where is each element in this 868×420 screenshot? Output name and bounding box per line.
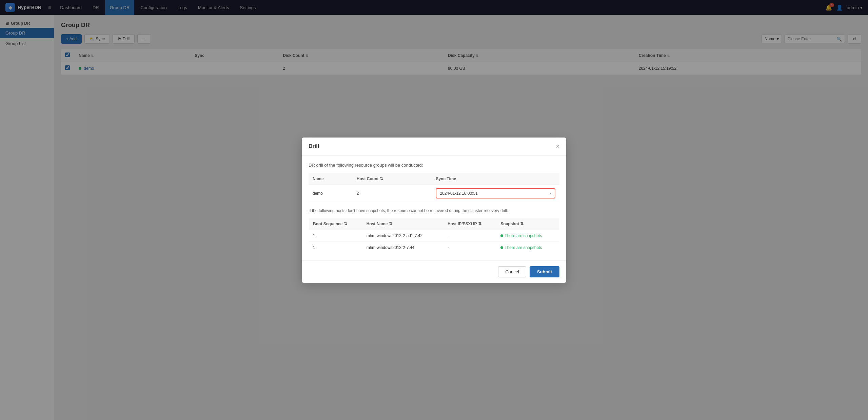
- submit-button[interactable]: Submit: [530, 266, 559, 277]
- modal-host-row-2: 1 mhm-windows2012r2-7.44 - There are sna…: [309, 241, 559, 253]
- snapshot-dot-2: [500, 246, 503, 249]
- modal-overlay: Drill × DR drill of the following resour…: [0, 0, 868, 420]
- modal-header: Drill ×: [302, 138, 566, 156]
- modal-col-sync-time: Sync Time: [432, 173, 559, 185]
- modal-host-col-ip: Host IP/ESXi IP ⇅: [443, 218, 496, 230]
- dropdown-arrow-icon: ▾: [550, 191, 551, 195]
- modal-title: Drill: [309, 143, 319, 149]
- sync-time-value: 2024-01-12 16:00:51: [440, 191, 477, 196]
- snapshot-dot-1: [500, 234, 503, 237]
- modal-body: DR drill of the following resource group…: [302, 156, 566, 260]
- modal-host-col-snapshot: Snapshot ⇅: [496, 218, 559, 230]
- host-ip-2: -: [443, 241, 496, 253]
- modal-col-host-count: Host Count ⇅: [353, 173, 432, 185]
- modal-group-table: Name Host Count ⇅ Sync Time demo 2: [309, 173, 559, 202]
- modal-row-sync-time: 2024-01-12 16:00:51 ▾: [432, 185, 559, 202]
- drill-modal: Drill × DR drill of the following resour…: [302, 138, 566, 283]
- host-sequence-1: 1: [309, 230, 362, 241]
- modal-host-col-name: Host Name ⇅: [362, 218, 443, 230]
- host-sequence-2: 1: [309, 241, 362, 253]
- sync-time-picker[interactable]: 2024-01-12 16:00:51 ▾: [436, 188, 555, 198]
- modal-host-table: Boot Sequence ⇅ Host Name ⇅ Host IP/ESXi…: [309, 218, 559, 254]
- modal-close-button[interactable]: ×: [556, 143, 559, 150]
- host-snapshot-1: There are snapshots: [496, 230, 559, 241]
- modal-footer: Cancel Submit: [302, 260, 566, 283]
- modal-host-row-1: 1 mhm-windows2012r2-ad1-7.42 - There are…: [309, 230, 559, 241]
- modal-host-col-sequence: Boot Sequence ⇅: [309, 218, 362, 230]
- host-snapshot-2: There are snapshots: [496, 241, 559, 253]
- modal-col-name: Name: [309, 173, 353, 185]
- modal-group-row: demo 2 2024-01-12 16:00:51 ▾: [309, 185, 559, 202]
- host-ip-1: -: [443, 230, 496, 241]
- snapshot-status-2: There are snapshots: [500, 245, 555, 250]
- modal-row-host-count: 2: [353, 185, 432, 202]
- modal-warning-text: If the following hosts don't have snapsh…: [309, 208, 559, 214]
- cancel-button[interactable]: Cancel: [498, 266, 526, 277]
- modal-description: DR drill of the following resource group…: [309, 163, 559, 168]
- snapshot-status-1: There are snapshots: [500, 233, 555, 238]
- host-name-2: mhm-windows2012r2-7.44: [362, 241, 443, 253]
- modal-row-name: demo: [309, 185, 353, 202]
- host-name-1: mhm-windows2012r2-ad1-7.42: [362, 230, 443, 241]
